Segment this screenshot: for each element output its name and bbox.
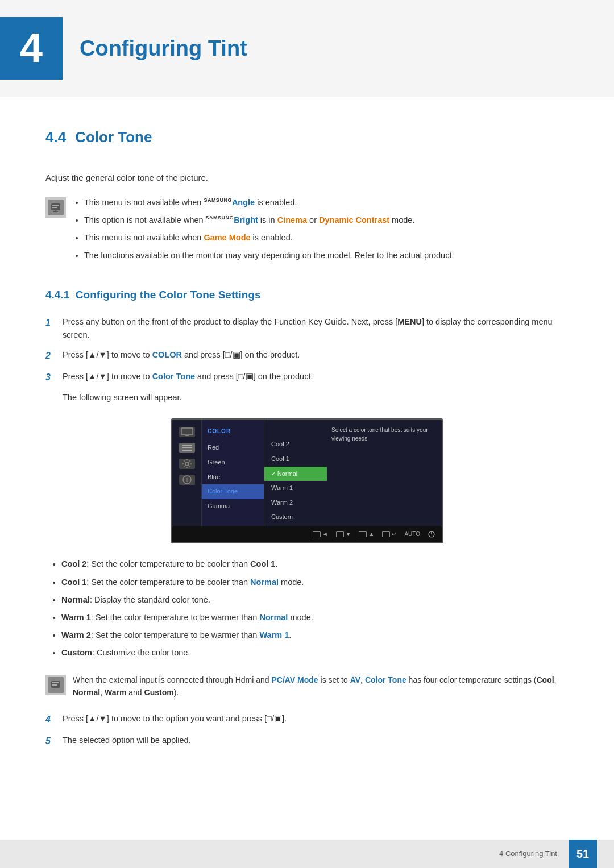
svg-text:i: i	[186, 477, 188, 483]
svg-rect-5	[181, 428, 193, 435]
note-item-3: This menu is not available when Game Mod…	[84, 231, 454, 244]
monitor-icon-3	[179, 459, 195, 469]
bottom-btn-auto: AUTO	[404, 530, 420, 539]
inline-note-text: When the external input is connected thr…	[73, 674, 569, 699]
monitor-menu-red: Red	[202, 441, 264, 455]
note-item-2: This option is not available when SAMSUN…	[84, 214, 454, 227]
monitor-icon-1	[179, 427, 195, 437]
step-text-1: Press any button on the front of the pro…	[63, 315, 569, 342]
option-cool1: Cool 1: Set the color temperature to be …	[61, 576, 569, 589]
section-title: Color Tone	[75, 126, 152, 149]
step-text-5: The selected option will be applied.	[63, 734, 569, 747]
step-1: 1 Press any button on the front of the p…	[45, 315, 569, 342]
step-3: 3 Press [▲/▼] to move to Color Tone and …	[45, 370, 569, 385]
inline-note-icon-inner	[48, 677, 64, 693]
monitor-sub-warm2: Warm 2	[264, 496, 327, 510]
monitor-display: i COLOR Red Green Blue Color Tone Gamma …	[171, 418, 443, 543]
chapter-header: 4 Configuring Tint	[0, 0, 614, 97]
option-warm2: Warm 2: Set the color temperature to be …	[61, 629, 569, 642]
bottom-btn-down: ▼	[336, 530, 351, 539]
monitor-sub-cool2: Cool 2	[264, 437, 327, 452]
bottom-btn-enter: ↵	[382, 530, 396, 539]
monitor-sub-normal: Normal	[264, 467, 327, 481]
monitor-screenshot: i COLOR Red Green Blue Color Tone Gamma …	[45, 418, 569, 543]
page-number: 51	[569, 840, 597, 868]
monitor-menu-gamma: Gamma	[202, 499, 264, 514]
step-text-4: Press [▲/▼] to move to the option you wa…	[63, 712, 569, 725]
svg-rect-13	[52, 682, 59, 683]
step-4: 4 Press [▲/▼] to move to the option you …	[45, 712, 569, 727]
svg-rect-6	[185, 435, 189, 436]
monitor-sub-warm1: Warm 1	[264, 481, 327, 496]
monitor-bottom-bar: ◄ ▼ ▲ ↵ AUTO	[172, 526, 442, 542]
monitor-menu-col: COLOR Red Green Blue Color Tone Gamma	[202, 420, 264, 542]
step-num-5: 5	[45, 734, 57, 749]
svg-point-7	[185, 462, 189, 466]
option-normal: Normal: Display the standard color tone.	[61, 593, 569, 607]
option-custom: Custom: Customize the color tone.	[61, 646, 569, 659]
chapter-title: Configuring Tint	[80, 31, 247, 66]
section-description: Adjust the general color tone of the pic…	[45, 171, 569, 185]
step-num-4: 4	[45, 712, 57, 727]
inline-note: When the external input is connected thr…	[45, 671, 569, 701]
screen-appears-text: The following screen will appear.	[63, 391, 569, 404]
step-num-1: 1	[45, 315, 57, 330]
chapter-number: 4	[0, 17, 63, 80]
svg-rect-1	[52, 205, 59, 206]
monitor-icon-2	[179, 443, 195, 453]
main-content: 4.4 Color Tone Adjust the general color …	[0, 120, 614, 801]
color-tone-options: Cool 2: Set the color temperature to be …	[45, 558, 569, 659]
monitor-menu-blue: Blue	[202, 470, 264, 485]
note-item-1: This menu is not available when SAMSUNGA…	[84, 196, 454, 209]
step-num-2: 2	[45, 348, 57, 363]
note-box: This menu is not available when SAMSUNGA…	[45, 196, 569, 267]
monitor-submenu-col: Cool 2 Cool 1 Normal Warm 1 Warm 2 Custo…	[264, 420, 327, 542]
bottom-btn-up: ▲	[359, 530, 374, 539]
svg-rect-2	[52, 207, 57, 208]
svg-rect-4	[55, 210, 56, 211]
note-icon-inner	[48, 200, 64, 215]
steps-continued: 4 Press [▲/▼] to move to the option you …	[45, 712, 569, 748]
monitor-info-col: Select a color tone that best suits your…	[327, 420, 442, 542]
monitor-menu-colortone: Color Tone	[202, 484, 264, 499]
monitor-sidebar: i	[172, 420, 202, 542]
step-text-3: Press [▲/▼] to move to Color Tone and pr…	[63, 370, 569, 383]
note-list: This menu is not available when SAMSUNGA…	[73, 196, 454, 267]
monitor-menu-green: Green	[202, 455, 264, 470]
section-number: 4.4	[45, 126, 66, 149]
bottom-btn-power	[428, 531, 435, 538]
step-2: 2 Press [▲/▼] to move to COLOR and press…	[45, 348, 569, 363]
step-num-3: 3	[45, 370, 57, 385]
subsection-heading: 4.4.1 Configuring the Color Tone Setting…	[45, 286, 569, 304]
option-cool2: Cool 2: Set the color temperature to be …	[61, 558, 569, 571]
footer-chapter-text: 4 Configuring Tint	[499, 848, 557, 860]
option-warm1: Warm 1: Set the color temperature to be …	[61, 611, 569, 624]
monitor-info-text: Select a color tone that best suits your…	[331, 427, 428, 442]
steps-list: 1 Press any button on the front of the p…	[45, 315, 569, 385]
note-item-4: The functions available on the monitor m…	[84, 249, 454, 262]
monitor-menu-label: COLOR	[202, 425, 264, 441]
inline-note-icon	[45, 675, 66, 695]
svg-rect-14	[52, 684, 57, 686]
bottom-btn-left: ◄	[313, 530, 328, 539]
monitor-sub-custom: Custom	[264, 510, 327, 525]
monitor-icon-4: i	[179, 475, 195, 485]
step-5: 5 The selected option will be applied.	[45, 734, 569, 749]
page-footer: 4 Configuring Tint 51	[0, 840, 614, 868]
step-text-2: Press [▲/▼] to move to COLOR and press […	[63, 348, 569, 362]
monitor-sub-cool1: Cool 1	[264, 452, 327, 467]
note-icon	[45, 197, 66, 218]
